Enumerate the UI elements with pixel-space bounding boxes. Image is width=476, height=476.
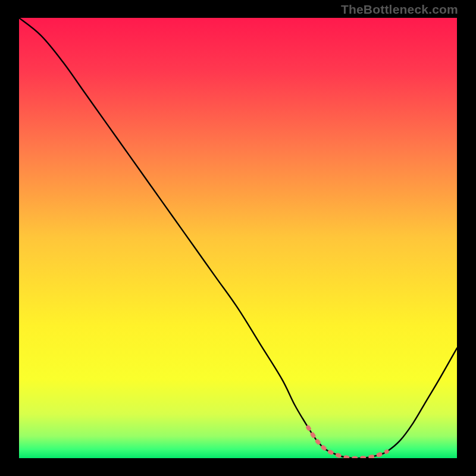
plot-area xyxy=(19,18,457,458)
highlight-band xyxy=(308,427,387,458)
curve-layer xyxy=(19,18,457,458)
bottleneck-curve xyxy=(19,18,457,458)
chart-frame: TheBottleneck.com xyxy=(0,0,476,476)
attribution-text: TheBottleneck.com xyxy=(341,2,458,17)
